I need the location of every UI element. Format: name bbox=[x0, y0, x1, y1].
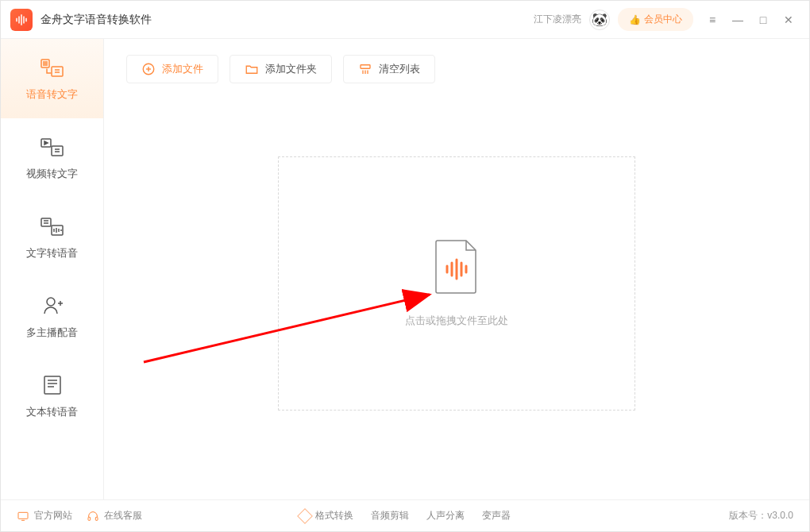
folder-icon bbox=[245, 62, 259, 76]
user-name: 江下凌漂亮 bbox=[534, 13, 581, 26]
main-area: 添加文件 添加文件夹 清空列表 bbox=[104, 39, 809, 499]
multi-anchor-icon bbox=[40, 294, 64, 318]
dropzone[interactable]: 点击或拖拽文件至此处 bbox=[278, 156, 635, 411]
close-button[interactable]: ✕ bbox=[777, 9, 800, 31]
sidebar-item-label: 多主播配音 bbox=[26, 326, 78, 340]
titlebar: 金舟文字语音转换软件 江下凌漂亮 🐼 👍 会员中心 ≡ — □ ✕ bbox=[1, 1, 809, 39]
sidebar-item-label: 文字转语音 bbox=[26, 246, 78, 260]
vip-button[interactable]: 👍 会员中心 bbox=[618, 8, 693, 31]
dropzone-hint: 点击或拖拽文件至此处 bbox=[405, 314, 508, 328]
audio-to-text-icon bbox=[40, 56, 64, 79]
plus-circle-icon bbox=[141, 62, 156, 76]
svg-rect-3 bbox=[23, 16, 25, 23]
audio-file-icon bbox=[434, 239, 479, 295]
svg-rect-1 bbox=[18, 16, 20, 23]
svg-rect-30 bbox=[18, 512, 28, 519]
shredder-icon bbox=[358, 62, 372, 76]
svg-rect-32 bbox=[88, 517, 91, 520]
online-service-link[interactable]: 在线客服 bbox=[87, 509, 142, 522]
text-to-audio-icon bbox=[40, 214, 64, 238]
video-to-text-icon bbox=[40, 135, 64, 159]
sidebar-item-text-doc-to-audio[interactable]: 文本转语音 bbox=[1, 357, 103, 436]
thumbs-up-icon: 👍 bbox=[629, 14, 641, 25]
svg-point-12 bbox=[47, 298, 55, 306]
sidebar-item-label: 文本转语音 bbox=[26, 405, 78, 419]
svg-rect-2 bbox=[21, 14, 22, 25]
version-label: 版本号：v3.0.0 bbox=[729, 509, 793, 522]
diamond-icon bbox=[297, 508, 313, 524]
footer-tool-format[interactable]: 格式转换 bbox=[299, 509, 353, 522]
svg-rect-9 bbox=[52, 146, 63, 156]
sidebar-item-label: 视频转文字 bbox=[26, 167, 78, 181]
minimize-button[interactable]: — bbox=[727, 9, 749, 31]
app-title: 金舟文字语音转换软件 bbox=[40, 13, 152, 27]
monitor-icon bbox=[17, 510, 29, 522]
footer-tool-audio-edit[interactable]: 音频剪辑 bbox=[371, 509, 409, 522]
add-file-button[interactable]: 添加文件 bbox=[126, 55, 218, 83]
svg-marker-8 bbox=[44, 141, 48, 145]
maximize-button[interactable]: □ bbox=[752, 9, 774, 31]
sidebar: 语音转文字 视频转文字 文字转语音 多主播配音 文本转语音 bbox=[1, 39, 104, 499]
avatar[interactable]: 🐼 bbox=[589, 10, 610, 30]
menu-button[interactable]: ≡ bbox=[701, 9, 723, 31]
svg-rect-15 bbox=[44, 376, 60, 394]
clear-list-button[interactable]: 清空列表 bbox=[343, 55, 435, 83]
svg-rect-6 bbox=[52, 67, 63, 76]
headset-icon bbox=[87, 510, 99, 522]
svg-rect-33 bbox=[95, 517, 98, 520]
sidebar-item-text-to-audio[interactable]: 文字转语音 bbox=[1, 198, 103, 277]
footer-tool-voice-changer[interactable]: 变声器 bbox=[482, 509, 511, 522]
sidebar-item-audio-to-text[interactable]: 语音转文字 bbox=[1, 39, 103, 118]
svg-rect-0 bbox=[16, 17, 17, 21]
official-site-link[interactable]: 官方网站 bbox=[17, 509, 72, 522]
sidebar-item-label: 语音转文字 bbox=[26, 87, 78, 102]
footer: 官方网站 在线客服 格式转换 音频剪辑 人声分离 变声器 版本号：v3.0.0 bbox=[1, 499, 809, 531]
text-doc-icon bbox=[40, 373, 64, 397]
svg-rect-19 bbox=[361, 65, 370, 69]
svg-rect-4 bbox=[25, 17, 27, 21]
sidebar-item-video-to-text[interactable]: 视频转文字 bbox=[1, 118, 103, 198]
app-logo bbox=[10, 9, 33, 31]
footer-tool-vocal-split[interactable]: 人声分离 bbox=[426, 509, 465, 522]
add-folder-button[interactable]: 添加文件夹 bbox=[230, 55, 332, 83]
sidebar-item-multi-anchor[interactable]: 多主播配音 bbox=[1, 277, 103, 357]
svg-rect-10 bbox=[41, 218, 51, 226]
